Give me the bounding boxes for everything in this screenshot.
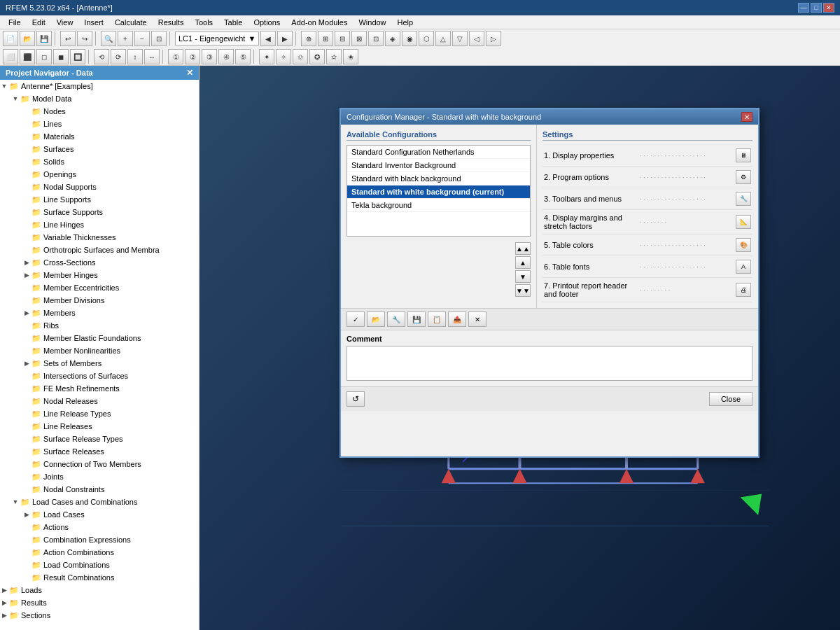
- tree-item-combination-expressions[interactable]: 📁Combination Expressions: [0, 533, 199, 546]
- dialog-tb-copy[interactable]: 📋: [428, 312, 446, 327]
- dialog-tb-delete[interactable]: ✕: [468, 312, 486, 327]
- tree-item-openings[interactable]: 📁Openings: [0, 168, 199, 181]
- tree-item-member-hinges[interactable]: ▶📁Member Hinges: [0, 269, 199, 281]
- tree-item-ribs[interactable]: 📁Ribs: [0, 319, 199, 332]
- tree-item-action-combinations[interactable]: 📁Action Combinations: [0, 546, 199, 559]
- tb-save[interactable]: 💾: [36, 31, 52, 46]
- tree-item-sections[interactable]: ▶📁Sections: [0, 609, 199, 622]
- tb-next[interactable]: ▶: [277, 31, 293, 46]
- tb-btn-12[interactable]: ▷: [486, 31, 501, 46]
- expand-icon[interactable]: ▶: [0, 598, 8, 607]
- dialog-tb-folder[interactable]: 📂: [367, 312, 385, 327]
- expand-icon[interactable]: ▼: [11, 94, 20, 103]
- tb-redo[interactable]: ↪: [77, 31, 92, 46]
- tree-item-actions[interactable]: 📁Actions: [0, 521, 199, 533]
- tree-item-member-nonlinearities[interactable]: 📁Member Nonlinearities: [0, 344, 199, 357]
- tree-item-member-divisions[interactable]: 📁Member Divisions: [0, 294, 199, 307]
- expand-icon[interactable]: ▶: [22, 309, 31, 317]
- tb-r12[interactable]: ③: [202, 49, 217, 64]
- menu-view[interactable]: View: [51, 17, 79, 28]
- arrow-down[interactable]: ▼: [515, 270, 531, 283]
- tb-btn-9[interactable]: △: [435, 31, 451, 46]
- tree-item-connection-two-members[interactable]: 📁Connection of Two Members: [0, 458, 199, 470]
- tree-item-materials[interactable]: 📁Materials: [0, 130, 199, 143]
- arrow-down-bottom[interactable]: ▼▼: [515, 284, 531, 297]
- tree-item-surface-supports[interactable]: 📁Surface Supports: [0, 206, 199, 218]
- config-item-black[interactable]: Standard with black background: [347, 172, 530, 186]
- tree-item-results[interactable]: ▶📁Results: [0, 596, 199, 609]
- tree-item-joints[interactable]: 📁Joints: [0, 470, 199, 483]
- nav-tree[interactable]: ▼📁Antenne* [Examples]▼📁Model Data 📁Nodes…: [0, 80, 199, 630]
- tree-item-nodal-constraints[interactable]: 📁Nodal Constraints: [0, 483, 199, 496]
- tb-zoom-in[interactable]: +: [118, 31, 133, 46]
- tree-item-load-cases-sub[interactable]: ▶📁Load Cases: [0, 508, 199, 521]
- settings-action-btn-margins[interactable]: 📐: [736, 215, 751, 229]
- expand-icon[interactable]: ▶: [0, 586, 8, 594]
- expand-icon[interactable]: ▶: [22, 510, 31, 519]
- tb-r18[interactable]: ✪: [309, 49, 325, 64]
- tb-r1[interactable]: ⬜: [3, 49, 18, 64]
- tree-item-line-release-types[interactable]: 📁Line Release Types: [0, 407, 199, 420]
- expand-icon[interactable]: ▶: [0, 611, 8, 620]
- tree-item-loads[interactable]: ▶📁Loads: [0, 584, 199, 596]
- tb-btn-7[interactable]: ◉: [402, 31, 417, 46]
- tb-search[interactable]: 🔍: [101, 31, 116, 46]
- settings-action-btn-fonts[interactable]: A: [736, 260, 751, 274]
- menu-calculate[interactable]: Calculate: [109, 17, 153, 28]
- arrow-up[interactable]: ▲: [515, 256, 531, 269]
- menu-insert[interactable]: Insert: [78, 17, 109, 28]
- tree-item-lines[interactable]: 📁Lines: [0, 118, 199, 130]
- tree-item-cross-sections[interactable]: ▶📁Cross-Sections: [0, 256, 199, 269]
- settings-action-btn-toolbars[interactable]: 🔧: [736, 192, 751, 206]
- menu-results[interactable]: Results: [153, 17, 190, 28]
- tb-r13[interactable]: ④: [218, 49, 234, 64]
- tb-r7[interactable]: ⟳: [111, 49, 126, 64]
- tb-btn-10[interactable]: ▽: [452, 31, 468, 46]
- tb-btn-11[interactable]: ◁: [469, 31, 484, 46]
- tree-item-variable-thicknesses[interactable]: 📁Variable Thicknesses: [0, 231, 199, 244]
- tb-btn-2[interactable]: ⊞: [318, 31, 333, 46]
- close-btn[interactable]: ✕: [823, 3, 834, 13]
- menu-file[interactable]: File: [3, 17, 27, 28]
- settings-action-btn-colors[interactable]: 🎨: [736, 238, 751, 252]
- tree-item-member-eccentricities[interactable]: 📁Member Eccentricities: [0, 281, 199, 294]
- tree-item-fe-mesh[interactable]: 📁FE Mesh Refinements: [0, 382, 199, 395]
- tree-item-line-hinges[interactable]: 📁Line Hinges: [0, 218, 199, 231]
- menu-window[interactable]: Window: [353, 17, 391, 28]
- expand-icon[interactable]: ▼: [0, 82, 8, 90]
- tree-item-load-cases[interactable]: ▼📁Load Cases and Combinations: [0, 496, 199, 508]
- tree-item-nodal-releases[interactable]: 📁Nodal Releases: [0, 395, 199, 407]
- menu-tools[interactable]: Tools: [189, 17, 218, 28]
- tree-item-result-combinations[interactable]: 📁Result Combinations: [0, 571, 199, 584]
- menu-help[interactable]: Help: [392, 17, 419, 28]
- tb-r15[interactable]: ✦: [259, 49, 274, 64]
- maximize-btn[interactable]: □: [811, 3, 822, 13]
- tb-btn-1[interactable]: ⊕: [301, 31, 316, 46]
- tb-r6[interactable]: ⟲: [94, 49, 109, 64]
- tb-btn-8[interactable]: ⬡: [419, 31, 434, 46]
- tb-btn-4[interactable]: ⊠: [351, 31, 367, 46]
- nav-close-btn[interactable]: ✕: [186, 68, 193, 78]
- config-item-inventor[interactable]: Standard Inventor Background: [347, 159, 530, 172]
- dialog-tb-wrench[interactable]: 🔧: [387, 312, 405, 327]
- tb-zoom-out[interactable]: −: [134, 31, 150, 46]
- comment-input[interactable]: [346, 346, 752, 381]
- expand-icon[interactable]: ▶: [22, 271, 31, 279]
- config-item-nl[interactable]: Standard Configuration Netherlands: [347, 146, 530, 159]
- tb-r20[interactable]: ✬: [343, 49, 358, 64]
- tree-item-member-elastic[interactable]: 📁Member Elastic Foundations: [0, 332, 199, 344]
- dialog-close-btn[interactable]: ✕: [741, 112, 752, 122]
- tb-r5[interactable]: 🔲: [70, 49, 85, 64]
- tb-r8[interactable]: ↕: [127, 49, 143, 64]
- tree-item-orthotropic[interactable]: 📁Orthotropic Surfaces and Membra: [0, 244, 199, 256]
- tb-r4[interactable]: ◼: [53, 49, 69, 64]
- tree-item-solids[interactable]: 📁Solids: [0, 155, 199, 168]
- config-item-white[interactable]: Standard with white background (current): [347, 186, 530, 199]
- menu-addons[interactable]: Add-on Modules: [286, 17, 353, 28]
- tb-prev[interactable]: ◀: [260, 31, 276, 46]
- tree-item-nodes[interactable]: 📁Nodes: [0, 105, 199, 118]
- tb-r19[interactable]: ✫: [326, 49, 342, 64]
- tb-r17[interactable]: ✩: [293, 49, 308, 64]
- dialog-tb-save[interactable]: 💾: [407, 312, 426, 327]
- config-item-tekla[interactable]: Tekla background: [347, 199, 530, 212]
